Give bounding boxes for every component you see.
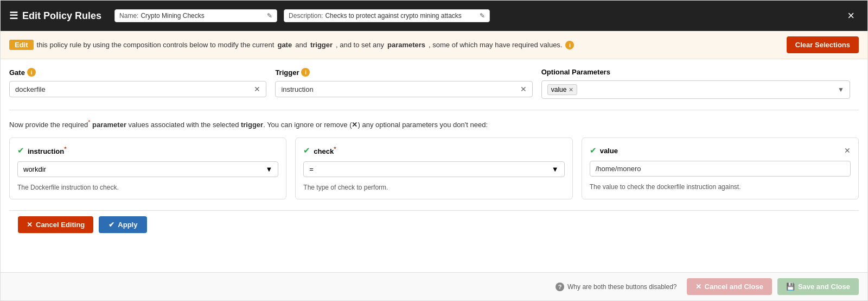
param-card-value: ✔ value ✕ The value to check the dockerf… bbox=[582, 137, 859, 199]
description-label: Description: bbox=[289, 12, 323, 20]
instruction-select[interactable]: workdir ▼ bbox=[17, 161, 278, 177]
apply-label: Apply bbox=[118, 221, 137, 229]
banner-text-3: , and to set any bbox=[336, 41, 384, 49]
cancel-close-label: Cancel and Close bbox=[705, 283, 763, 291]
edit-banner-text: Edit this policy rule by using the compo… bbox=[9, 40, 574, 50]
trigger-group: Trigger i instruction ✕ bbox=[275, 68, 541, 99]
edit-badge: Edit bbox=[9, 40, 34, 50]
header: ☰ Edit Policy Rules Name: Crypto Mining … bbox=[1, 1, 867, 31]
value-input[interactable] bbox=[590, 161, 851, 177]
params-word: parameters bbox=[387, 41, 425, 49]
optional-params-arrow-icon: ▼ bbox=[838, 86, 844, 93]
check-name: check* bbox=[314, 146, 336, 155]
cancel-editing-label: Cancel Editing bbox=[36, 221, 85, 229]
body: Gate i dockerfile ✕ Trigger i instructio… bbox=[1, 59, 867, 272]
action-bar: ✕ Cancel Editing ✔ Apply bbox=[9, 210, 859, 239]
apply-button[interactable]: ✔ Apply bbox=[99, 216, 147, 233]
banner-text-1: this policy rule by using the compositio… bbox=[37, 41, 275, 49]
cancel-close-button[interactable]: ✕ Cancel and Close bbox=[687, 278, 772, 295]
banner-text-4: , some of which may have required values… bbox=[429, 41, 562, 49]
gate-clear-icon[interactable]: ✕ bbox=[254, 85, 260, 93]
gate-label: Gate i bbox=[9, 68, 266, 77]
instruction-name: instruction* bbox=[28, 146, 66, 155]
description-value: Checks to protect against crypto mining … bbox=[325, 12, 476, 20]
name-field: Name: Crypto Mining Checks ✎ bbox=[114, 9, 277, 22]
why-icon: ? bbox=[556, 283, 564, 291]
param-card-check-header: ✔ check* bbox=[303, 146, 564, 155]
description-field: Description: Checks to protect against c… bbox=[284, 9, 490, 22]
gate-group: Gate i dockerfile ✕ bbox=[9, 68, 275, 99]
divider bbox=[9, 110, 859, 110]
why-disabled-label: Why are both these buttons disabled? bbox=[567, 283, 676, 291]
gate-info-icon[interactable]: i bbox=[27, 68, 36, 77]
optional-params-group: Optional Parameters value ✕ ▼ bbox=[541, 68, 859, 99]
gate-value: dockerfile bbox=[15, 85, 254, 93]
check-description: The type of check to perform. bbox=[303, 184, 564, 191]
header-fields: Name: Crypto Mining Checks ✎ Description… bbox=[114, 9, 843, 22]
main-container: ☰ Edit Policy Rules Name: Crypto Mining … bbox=[0, 0, 868, 301]
param-card-instruction: ✔ instruction* workdir ▼ The Dockerfile … bbox=[9, 137, 286, 199]
cancel-close-icon: ✕ bbox=[695, 283, 701, 291]
cancel-editing-button[interactable]: ✕ Cancel Editing bbox=[18, 216, 93, 233]
trigger-label: Trigger i bbox=[275, 68, 532, 77]
instruction-description: The Dockerfile instruction to check. bbox=[17, 184, 278, 191]
save-close-button[interactable]: 💾 Save and Close bbox=[777, 278, 859, 295]
instruction-value: workdir bbox=[23, 165, 46, 173]
instruction-arrow-icon: ▼ bbox=[265, 165, 272, 173]
trigger-input[interactable]: instruction ✕ bbox=[275, 81, 532, 97]
param-tag-value: value ✕ bbox=[547, 84, 578, 95]
check-check-icon: ✔ bbox=[303, 146, 310, 155]
name-edit-icon[interactable]: ✎ bbox=[267, 12, 272, 20]
page-title: Edit Policy Rules bbox=[22, 10, 101, 22]
value-remove-icon[interactable]: ✕ bbox=[844, 146, 851, 155]
save-close-icon: 💾 bbox=[786, 283, 795, 291]
param-card-check: ✔ check* = ▼ The type of check to perfor… bbox=[295, 137, 572, 199]
param-section-text: Now provide the required* parameter valu… bbox=[9, 119, 859, 129]
optional-params-select[interactable]: value ✕ ▼ bbox=[541, 80, 850, 99]
cancel-editing-icon: ✕ bbox=[27, 221, 33, 229]
edit-banner: Edit this policy rule by using the compo… bbox=[1, 31, 867, 59]
clear-selections-button[interactable]: Clear Selections bbox=[787, 36, 859, 53]
close-button[interactable]: × bbox=[843, 7, 859, 25]
gate-input[interactable]: dockerfile ✕ bbox=[9, 81, 266, 97]
check-select[interactable]: = ▼ bbox=[303, 161, 564, 177]
fields-row: Gate i dockerfile ✕ Trigger i instructio… bbox=[9, 68, 859, 99]
trigger-word: trigger bbox=[310, 41, 333, 49]
optional-params-label: Optional Parameters bbox=[541, 68, 850, 76]
why-disabled-text: ? Why are both these buttons disabled? bbox=[556, 283, 676, 291]
policy-icon: ☰ bbox=[9, 10, 18, 22]
gate-word: gate bbox=[277, 41, 292, 49]
name-label: Name: bbox=[119, 12, 138, 20]
header-title: ☰ Edit Policy Rules bbox=[9, 10, 101, 22]
trigger-clear-icon[interactable]: ✕ bbox=[520, 85, 527, 93]
name-value: Crypto Mining Checks bbox=[141, 12, 264, 20]
param-cards-row: ✔ instruction* workdir ▼ The Dockerfile … bbox=[9, 137, 859, 199]
param-card-instruction-header: ✔ instruction* bbox=[17, 146, 278, 155]
value-description: The value to check the dockerfile instru… bbox=[590, 183, 851, 191]
description-edit-icon[interactable]: ✎ bbox=[480, 12, 485, 20]
param-tag-text: value bbox=[551, 86, 567, 93]
banner-text-2: and bbox=[295, 41, 307, 49]
value-name: value bbox=[600, 147, 618, 155]
param-card-value-header: ✔ value ✕ bbox=[590, 146, 851, 155]
instruction-check-icon: ✔ bbox=[17, 146, 24, 155]
footer: ? Why are both these buttons disabled? ✕… bbox=[1, 272, 867, 300]
param-tag-remove-icon[interactable]: ✕ bbox=[569, 86, 573, 93]
value-check-icon: ✔ bbox=[590, 146, 597, 155]
check-value: = bbox=[309, 165, 314, 173]
banner-info-icon[interactable]: i bbox=[565, 41, 574, 49]
check-arrow-icon: ▼ bbox=[552, 165, 559, 173]
trigger-info-icon[interactable]: i bbox=[301, 68, 310, 77]
save-close-label: Save and Close bbox=[798, 283, 850, 291]
apply-check-icon: ✔ bbox=[108, 221, 114, 229]
trigger-value: instruction bbox=[281, 85, 520, 93]
